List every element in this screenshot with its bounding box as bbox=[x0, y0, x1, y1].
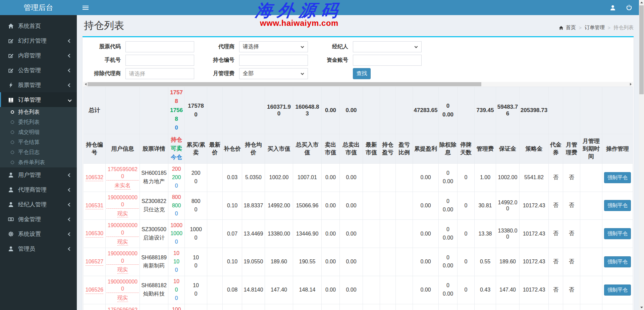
cell-user_info: 19000000000现实 bbox=[106, 220, 140, 248]
sidebar-item-slides[interactable]: 幻灯片管理 bbox=[0, 33, 77, 48]
field-label: 经纪人 bbox=[311, 43, 353, 50]
force-close-button[interactable]: 强制平仓 bbox=[604, 285, 631, 296]
position-no-input[interactable] bbox=[239, 55, 308, 66]
cell-voucher: 否 bbox=[549, 192, 563, 220]
cell-exright_exdiv: 00.00 bbox=[439, 248, 458, 276]
force-close-button[interactable]: 强制平仓 bbox=[604, 200, 631, 211]
cell-latest_price bbox=[207, 192, 223, 220]
sidebar-toggle-button[interactable] bbox=[77, 0, 94, 15]
sidebar-item-content[interactable]: 内容管理 bbox=[0, 48, 77, 63]
user-icon bbox=[7, 202, 14, 207]
cell-pnl_ratio bbox=[396, 248, 413, 276]
filter-row: 股票代码代理商请选择经纪人 bbox=[83, 41, 633, 52]
monthly-fee-select[interactable]: 全部 bbox=[239, 68, 308, 79]
sidebar-subitem-close-log[interactable]: 平仓日志 bbox=[0, 147, 77, 157]
horizontal-scrollbar-thumb[interactable] bbox=[88, 82, 481, 86]
user-info-link[interactable]: 现实 bbox=[117, 294, 128, 302]
force-close-button[interactable]: 强制平仓 bbox=[604, 172, 631, 183]
cell-add_price: 0.07 bbox=[223, 220, 242, 248]
cell-withdrawn_profit: 0.00 bbox=[413, 220, 439, 248]
app-brand[interactable]: 管理后台 bbox=[0, 0, 77, 15]
sidebar-item-stocks[interactable]: 股票管理 bbox=[0, 78, 77, 92]
sidebar-item-admins[interactable]: 管理员 bbox=[0, 241, 77, 256]
user-info-link[interactable]: 19000000000 bbox=[106, 222, 139, 237]
sidebar-item-brokers[interactable]: 经纪人管理 bbox=[0, 197, 77, 212]
total-strategy_fund: 205398.73 bbox=[520, 87, 549, 134]
content-box: 股票代码代理商请选择经纪人手机号持仓编号资金账号排除代理商月管理费全部查找 总计… bbox=[83, 36, 634, 310]
scroll-up-arrow-icon[interactable] bbox=[639, 0, 644, 5]
broker-select[interactable] bbox=[353, 41, 422, 52]
power-icon[interactable] bbox=[626, 4, 632, 11]
column-header-withdrawn_profit: 累提盈利 bbox=[413, 134, 439, 163]
sidebar-item-users[interactable]: 用户管理 bbox=[0, 167, 77, 182]
sidebar-item-orders[interactable]: 订单管理 bbox=[0, 92, 77, 107]
page-vertical-scrollbar[interactable] bbox=[639, 0, 644, 310]
sidebar-subitem-position-list[interactable]: 持仓列表 bbox=[0, 107, 77, 117]
force-close-button[interactable]: 强制平仓 bbox=[604, 228, 631, 239]
cell-total_sell_value: 0.00 bbox=[340, 248, 363, 276]
sidebar-item-label: 系统首页 bbox=[18, 22, 77, 30]
total-sell_value: 0.00 bbox=[322, 87, 340, 134]
cell-total_buy_value: 148.14 bbox=[293, 276, 322, 304]
user-info-link[interactable]: 17505950620 bbox=[106, 166, 139, 180]
cell-pnl_ratio bbox=[396, 163, 413, 192]
user-info-link[interactable]: 19000000000 bbox=[106, 194, 139, 209]
position-no-link[interactable]: 106532 bbox=[86, 174, 103, 182]
cell-stock_detail: SH688189南新制药 bbox=[140, 248, 168, 276]
cell-position_pnl bbox=[380, 304, 396, 310]
stock-code-input[interactable] bbox=[125, 41, 194, 52]
position-no-link[interactable]: 106526 bbox=[86, 286, 103, 294]
filter-field-broker: 经纪人 bbox=[311, 41, 422, 52]
agent-select[interactable]: 请选择 bbox=[239, 41, 308, 52]
sidebar-subitem-condition-list[interactable]: 条件单列表 bbox=[0, 157, 77, 167]
position-no-link[interactable]: 106527 bbox=[86, 258, 103, 266]
user-info-link[interactable]: 未实名 bbox=[115, 182, 131, 190]
cell-monthly_expire bbox=[580, 276, 602, 304]
position-row: 10653217505950620未实名SH600185格力地产20020002… bbox=[84, 163, 633, 192]
vertical-scrollbar-thumb[interactable] bbox=[639, 5, 644, 94]
cell-buy_value: 13380.00 bbox=[265, 220, 293, 248]
user-icon[interactable] bbox=[610, 5, 616, 11]
position-no-link[interactable]: 106530 bbox=[86, 230, 103, 238]
bolt-icon bbox=[7, 82, 14, 88]
sidebar-item-agents[interactable]: 代理商管理 bbox=[0, 182, 77, 197]
user-info-link[interactable]: 现实 bbox=[117, 238, 128, 246]
scroll-down-arrow-icon[interactable] bbox=[639, 305, 644, 310]
user-info-link[interactable]: 17505950620 bbox=[106, 306, 139, 310]
sidebar-item-commission[interactable]: 佣金管理 bbox=[0, 212, 77, 226]
exclude-agent-input[interactable] bbox=[125, 68, 194, 79]
sidebar-subitem-label: 平仓结算 bbox=[18, 139, 40, 146]
search-button[interactable]: 查找 bbox=[353, 68, 371, 79]
breadcrumb-item[interactable]: 订单管理 bbox=[585, 24, 605, 31]
force-close-button[interactable]: 强制平仓 bbox=[604, 256, 631, 267]
column-header-voucher: 代金券 bbox=[549, 134, 563, 163]
user-info-link[interactable]: 现实 bbox=[117, 210, 128, 218]
cell-margin: 1002.00 bbox=[496, 163, 520, 192]
scroll-right-arrow-icon[interactable] bbox=[628, 82, 633, 87]
sidebar-item-settings[interactable]: 系统设置 bbox=[0, 226, 77, 241]
fund-account-input[interactable] bbox=[353, 55, 422, 66]
table-horizontal-scrollbar[interactable] bbox=[83, 82, 633, 87]
breadcrumb-item[interactable]: 首页 bbox=[566, 24, 576, 31]
phone-input[interactable] bbox=[125, 55, 194, 66]
position-no-link[interactable]: 106531 bbox=[86, 202, 103, 210]
column-header-total_buy_value: 总买入市值 bbox=[293, 134, 322, 163]
column-header-buy_value: 买入市值 bbox=[265, 134, 293, 163]
cell-stock_detail: SH600185格力地产 bbox=[140, 163, 168, 192]
cell-stock_detail: SH688182灿勤科技 bbox=[140, 276, 168, 304]
sidebar-item-notice[interactable]: 公告管理 bbox=[0, 63, 77, 78]
sidebar-subitem-entrust-list[interactable]: 委托列表 bbox=[0, 117, 77, 127]
filter-row: 手机号持仓编号资金账号 bbox=[83, 55, 633, 66]
sidebar-subitem-deal-detail[interactable]: 成交明细 bbox=[0, 127, 77, 137]
user-info-link[interactable]: 19000000000 bbox=[106, 250, 139, 265]
cell-margin: 189.60 bbox=[496, 248, 520, 276]
sidebar-subitem-close-settle[interactable]: 平仓结算 bbox=[0, 137, 77, 147]
cell-suspended_days: 0 bbox=[458, 276, 475, 304]
user-info-link[interactable]: 现实 bbox=[117, 266, 128, 274]
cell-latest_value bbox=[363, 276, 380, 304]
user-info-link[interactable]: 19000000000 bbox=[106, 278, 139, 293]
scroll-left-arrow-icon[interactable] bbox=[83, 82, 88, 87]
filter-row: 排除代理商月管理费全部查找 bbox=[83, 68, 633, 79]
chevron-left-icon bbox=[68, 171, 71, 178]
sidebar-item-home[interactable]: 系统首页 bbox=[0, 18, 77, 33]
